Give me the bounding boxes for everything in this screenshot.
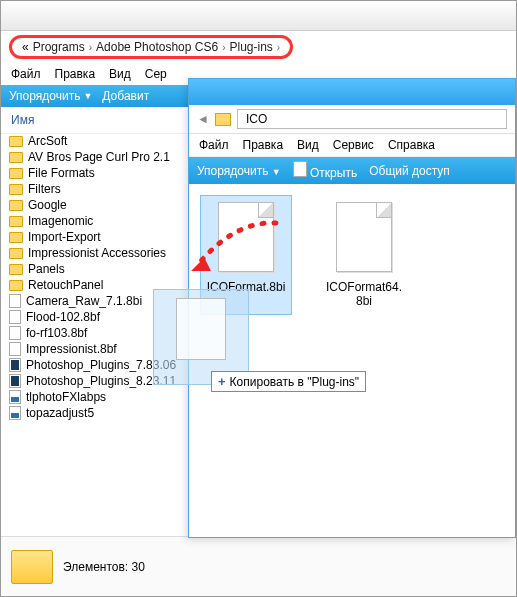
- chevron-down-icon: ▼: [272, 167, 281, 177]
- folder-icon: [9, 232, 23, 243]
- list-item[interactable]: Import-Export: [5, 229, 182, 245]
- list-item[interactable]: Google: [5, 197, 182, 213]
- address-text[interactable]: ICO: [237, 109, 507, 129]
- list-item-label: fo-rf103.8bf: [26, 326, 87, 340]
- folder-icon: [9, 200, 23, 211]
- menu-help[interactable]: Справка: [388, 138, 435, 152]
- list-item-label: Flood-102.8bf: [26, 310, 100, 324]
- chevron-right-icon: ›: [277, 42, 280, 53]
- breadcrumb-item[interactable]: Programs: [33, 40, 85, 54]
- chevron-right-icon: ›: [222, 42, 225, 53]
- window2-titlebar[interactable]: [189, 79, 515, 105]
- window2-toolbar: Упорядочить ▼ Открыть Общий доступ: [189, 157, 515, 184]
- window2-address-bar[interactable]: ◄ ICO: [189, 105, 515, 134]
- breadcrumb[interactable]: « Programs › Adobe Photoshop CS6 › Plug-…: [9, 35, 293, 59]
- list-item-label: Impressionist.8bf: [26, 342, 117, 356]
- folder-icon: [9, 216, 23, 227]
- file-icon: [9, 310, 21, 324]
- photoshop-icon: [9, 358, 21, 372]
- drag-tooltip: + Копировать в "Plug-ins": [211, 371, 366, 392]
- photoshop-icon: [9, 374, 21, 388]
- file-item[interactable]: ICOFormat64.8bi: [319, 196, 409, 314]
- open-button[interactable]: Открыть: [293, 161, 357, 180]
- list-item-label: Camera_Raw_7.1.8bi: [26, 294, 142, 308]
- file-icon: [218, 202, 274, 272]
- file-icon: [9, 342, 21, 356]
- folder-icon: [9, 168, 23, 179]
- list-item-label: topazadjust5: [26, 406, 94, 420]
- file-icon: [176, 298, 226, 360]
- items-count-value: 30: [132, 560, 145, 574]
- organize-button[interactable]: Упорядочить ▼: [197, 164, 281, 178]
- menu-service[interactable]: Сервис: [333, 138, 374, 152]
- window1-titlebar: [1, 1, 516, 31]
- list-item-label: Impressionist Accessories: [28, 246, 166, 260]
- chevron-down-icon: ▼: [83, 91, 92, 101]
- items-count-label: Элементов:: [63, 560, 128, 574]
- list-item[interactable]: ArcSoft: [5, 133, 182, 149]
- list-item[interactable]: topazadjust5: [5, 405, 182, 421]
- list-item[interactable]: Panels: [5, 261, 182, 277]
- folder-icon: [9, 184, 23, 195]
- file-icon: [336, 202, 392, 272]
- breadcrumb-item[interactable]: Adobe Photoshop CS6: [96, 40, 218, 54]
- folder-icon: [9, 136, 23, 147]
- status-bar: Элементов: 30: [1, 536, 516, 596]
- menu-file[interactable]: Файл: [199, 138, 229, 152]
- menu-view[interactable]: Вид: [109, 67, 131, 81]
- drag-tooltip-text: Копировать в "Plug-ins": [230, 375, 360, 389]
- list-item-label: tlphotoFXlabps: [26, 390, 106, 404]
- add-button[interactable]: Добавит: [102, 89, 149, 103]
- folder-icon: [9, 280, 23, 291]
- list-item[interactable]: Filters: [5, 181, 182, 197]
- folder-icon: [11, 550, 53, 584]
- plus-icon: +: [218, 374, 226, 389]
- list-item[interactable]: Impressionist Accessories: [5, 245, 182, 261]
- list-item-label: Import-Export: [28, 230, 101, 244]
- list-item-label: ArcSoft: [28, 134, 67, 148]
- menu-edit[interactable]: Правка: [243, 138, 284, 152]
- application-icon: [9, 390, 21, 404]
- list-item-label: RetouchPanel: [28, 278, 103, 292]
- folder-icon: [9, 248, 23, 259]
- folder-icon: [215, 113, 231, 126]
- file-label: ICOFormat64.8bi: [319, 278, 409, 314]
- back-button[interactable]: ◄: [197, 112, 209, 126]
- list-item-label: AV Bros Page Curl Pro 2.1: [28, 150, 170, 164]
- organize-button[interactable]: Упорядочить ▼: [9, 89, 92, 103]
- list-item[interactable]: File Formats: [5, 165, 182, 181]
- list-item-label: File Formats: [28, 166, 95, 180]
- file-icon: [9, 294, 21, 308]
- application-icon: [9, 406, 21, 420]
- list-item-label: Imagenomic: [28, 214, 93, 228]
- file-icon: [293, 161, 307, 177]
- list-item-label: Google: [28, 198, 67, 212]
- folder-icon: [9, 152, 23, 163]
- file-icon: [9, 326, 21, 340]
- chevron-left-icon: «: [22, 40, 29, 54]
- breadcrumb-item[interactable]: Plug-ins: [229, 40, 272, 54]
- list-item[interactable]: AV Bros Page Curl Pro 2.1: [5, 149, 182, 165]
- list-item[interactable]: tlphotoFXlabps: [5, 389, 182, 405]
- address-bar: « Programs › Adobe Photoshop CS6 › Plug-…: [1, 31, 516, 63]
- menu-edit[interactable]: Правка: [55, 67, 96, 81]
- list-item-label: Filters: [28, 182, 61, 196]
- window2-menubar: Файл Правка Вид Сервис Справка: [189, 134, 515, 157]
- menu-service[interactable]: Сер: [145, 67, 167, 81]
- share-button[interactable]: Общий доступ: [369, 164, 450, 178]
- folder-icon: [9, 264, 23, 275]
- list-item[interactable]: Imagenomic: [5, 213, 182, 229]
- list-item-label: Panels: [28, 262, 65, 276]
- chevron-right-icon: ›: [89, 42, 92, 53]
- menu-file[interactable]: Файл: [11, 67, 41, 81]
- menu-view[interactable]: Вид: [297, 138, 319, 152]
